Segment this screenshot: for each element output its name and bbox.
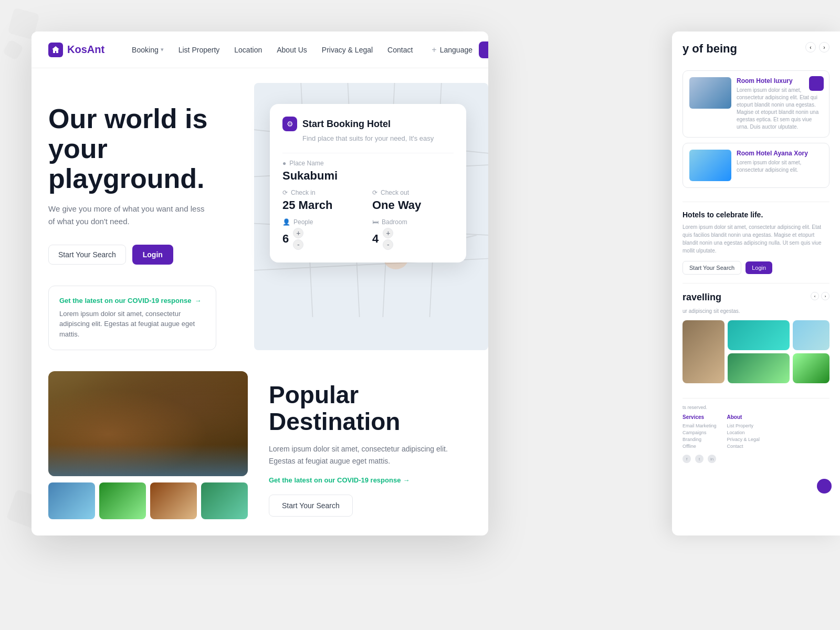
navbar: KosAnt Booking List Property Location Ab… bbox=[32, 32, 488, 68]
footer-about-col: About List Property Location Privacy & L… bbox=[727, 414, 760, 450]
thumbnail-row bbox=[48, 482, 248, 519]
hero-section: Our world is your playground. We give yo… bbox=[32, 68, 488, 350]
divider-1 bbox=[282, 153, 454, 153]
facebook-icon[interactable]: f bbox=[682, 455, 691, 463]
celebrate-actions: Start Your Search Login bbox=[682, 261, 830, 275]
thumbnail-4[interactable] bbox=[201, 482, 248, 519]
panel-next-button[interactable]: › bbox=[819, 42, 830, 52]
instagram-icon[interactable]: in bbox=[708, 455, 716, 463]
panel-prev-button[interactable]: ‹ bbox=[805, 42, 816, 52]
checkout-value[interactable]: One Way bbox=[372, 198, 454, 212]
checkin-label-text: Check in bbox=[291, 189, 316, 196]
travel-photo-col3 bbox=[793, 320, 830, 383]
checkout-label-text: Check out bbox=[381, 189, 409, 196]
hero-login-button[interactable]: Login bbox=[132, 245, 173, 265]
travel-photo-sm-1 bbox=[728, 320, 790, 350]
travel-photo-stack bbox=[728, 320, 790, 383]
covid-link[interactable]: Get the latest on our COVID-19 response bbox=[59, 297, 205, 304]
nav-list-property[interactable]: List Property bbox=[172, 43, 226, 57]
travel-photo-large bbox=[682, 320, 724, 383]
place-field: ● Place Name Sukabumi bbox=[282, 160, 454, 183]
bedroom-label-text: Badroom bbox=[382, 218, 407, 226]
nav-location[interactable]: Location bbox=[228, 43, 268, 57]
people-minus-button[interactable]: - bbox=[293, 239, 303, 250]
footer-about-title: About bbox=[727, 414, 760, 420]
checkout-label: ⟳ Check out bbox=[372, 189, 454, 196]
thumbnail-3[interactable] bbox=[150, 482, 197, 519]
room-card-2: Room Hotel Ayana Xory Lorem ipsum dolor … bbox=[682, 143, 830, 188]
hero-left: Our world is your playground. We give yo… bbox=[48, 93, 248, 350]
travelling-section: ravelling ‹ › ur adipiscing sit egestas. bbox=[682, 284, 830, 398]
footer-a2: Location bbox=[727, 430, 760, 435]
place-value[interactable]: Sukabumi bbox=[282, 169, 454, 183]
main-photo-inner bbox=[48, 371, 248, 476]
booking-card-subtitle: Find place that suits for your need, It'… bbox=[282, 134, 454, 142]
thumbnail-1[interactable] bbox=[48, 482, 95, 519]
footer-services-title: Services bbox=[682, 414, 717, 420]
checkin-icon: ⟳ bbox=[282, 189, 288, 196]
nav-privacy-legal[interactable]: Privacy & Legal bbox=[316, 43, 379, 57]
bedroom-value: 4 bbox=[372, 232, 379, 246]
footer-reserved: ts reserved. bbox=[682, 405, 830, 410]
popular-covid-link[interactable]: Get the latest on our COVID-19 response bbox=[269, 476, 410, 484]
people-value: 6 bbox=[282, 232, 289, 246]
lower-section: Popular Destination Lorem ipsum dolor si… bbox=[32, 350, 488, 536]
nav-about-us[interactable]: About Us bbox=[270, 43, 313, 57]
hero-subtitle: We give you more of what you want and le… bbox=[48, 203, 206, 228]
celebrate-login-button[interactable]: Login bbox=[746, 261, 772, 274]
right-panel: y of being ‹ › Room Hotel luxury Lorem i… bbox=[672, 32, 840, 536]
logo-icon bbox=[48, 43, 63, 57]
bedroom-plus-button[interactable]: + bbox=[383, 228, 393, 238]
main-window: KosAnt Booking List Property Location Ab… bbox=[32, 32, 488, 536]
celebrate-section: Hotels to celebrate life. Lorem ipsum do… bbox=[682, 202, 830, 284]
footer-a1: List Property bbox=[727, 423, 760, 428]
right-panel-top: y of being ‹ › Room Hotel luxury Lorem i… bbox=[682, 42, 830, 202]
room-photo-2 bbox=[689, 150, 731, 181]
thumbnail-2[interactable] bbox=[99, 482, 146, 519]
travelling-title: ravelling bbox=[682, 292, 721, 303]
people-plus-button[interactable]: + bbox=[293, 228, 303, 238]
purple-fab-button[interactable] bbox=[817, 479, 832, 494]
travel-photo-sm-4 bbox=[793, 353, 830, 383]
celebrate-search-button[interactable]: Start Your Search bbox=[682, 261, 741, 275]
bedroom-minus-button[interactable]: - bbox=[383, 239, 393, 250]
booking-icon: ⚙ bbox=[282, 117, 297, 131]
language-selector[interactable]: Language bbox=[432, 45, 472, 55]
room-info-2: Room Hotel Ayana Xory Lorem ipsum dolor … bbox=[737, 150, 823, 174]
checkin-value[interactable]: 25 March bbox=[282, 198, 364, 212]
nav-right: Language Login bbox=[432, 41, 488, 58]
nav-login-button[interactable]: Login bbox=[479, 41, 488, 58]
social-icons: f t in bbox=[682, 455, 830, 463]
people-counter: 6 + - bbox=[282, 228, 364, 250]
nav-booking[interactable]: Booking bbox=[125, 43, 170, 57]
popular-start-search-button[interactable]: Start Your Search bbox=[269, 495, 353, 517]
covid-text: Lorem ipsum dolor sit amet, consectetur … bbox=[59, 309, 205, 340]
celebrate-text: Lorem ipsum dolor sit amet, consectetur … bbox=[682, 223, 830, 255]
checkout-field: ⟳ Check out One Way bbox=[372, 189, 454, 212]
footer-services-col: Services Email Marketing Campaigns Brand… bbox=[682, 414, 717, 450]
booking-card-title: Start Booking Hotel bbox=[302, 119, 391, 130]
room2-title: Room Hotel Ayana Xory bbox=[737, 150, 823, 157]
travel-next-button[interactable]: › bbox=[821, 292, 830, 300]
booking-people-row: 👤 People 6 + - 🛏 bbox=[282, 218, 454, 250]
travel-photo-sm-2 bbox=[728, 353, 790, 383]
bedroom-counter: 4 + - bbox=[372, 228, 454, 250]
travel-prev-button[interactable]: ‹ bbox=[811, 292, 819, 300]
popular-title-line1: Popular bbox=[269, 381, 359, 408]
bg-decoration-2 bbox=[3, 39, 24, 61]
start-search-button[interactable]: Start Your Search bbox=[48, 245, 126, 265]
booking-card: ⚙ Start Booking Hotel Find place that su… bbox=[270, 104, 466, 262]
room2-text: Lorem ipsum dolor sit amet, consectetur … bbox=[737, 159, 823, 174]
bedroom-label: 🛏 Badroom bbox=[372, 218, 454, 226]
twitter-icon[interactable]: t bbox=[695, 455, 704, 463]
checkin-label: ⟳ Check in bbox=[282, 189, 364, 196]
footer-s3: Branding bbox=[682, 437, 717, 442]
nav-contact[interactable]: Contact bbox=[381, 43, 419, 57]
main-photo bbox=[48, 371, 248, 476]
brand-logo[interactable]: KosAnt bbox=[48, 43, 104, 57]
hero-title: Our world is your playground. bbox=[48, 104, 248, 194]
bedroom-field: 🛏 Badroom 4 + - bbox=[372, 218, 454, 250]
room-card-accent-1 bbox=[809, 76, 824, 91]
celebrate-title: Hotels to celebrate life. bbox=[682, 211, 830, 219]
booking-dates-row: ⟳ Check in 25 March ⟳ Check out One Way bbox=[282, 189, 454, 212]
